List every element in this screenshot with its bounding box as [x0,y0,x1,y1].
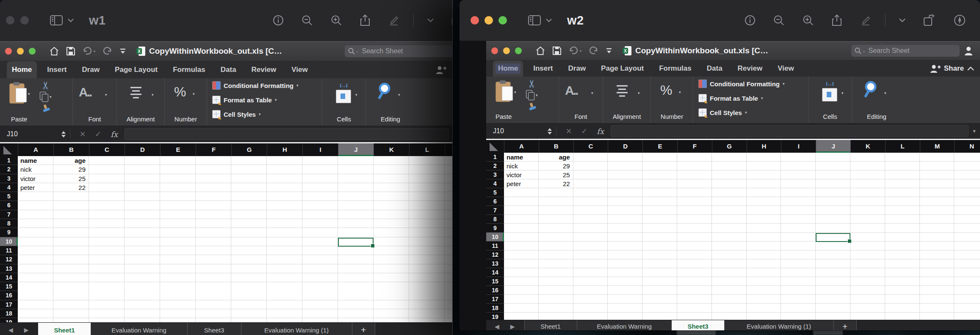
row-header[interactable]: 13 [0,264,18,273]
minimize-button[interactable] [503,47,510,54]
ribbon-tab[interactable]: View [772,60,799,77]
row-header[interactable]: 3 [0,174,18,183]
fx-icon[interactable]: fx [597,127,604,136]
share-button[interactable]: Share [944,64,964,73]
cells-caret[interactable]: ▾ [355,93,357,97]
alignment-caret[interactable]: ▾ [152,93,154,97]
excel-window-controls[interactable] [491,47,522,54]
paste-caret[interactable]: ▾ [28,92,30,96]
share-button[interactable] [360,14,370,26]
column-header[interactable]: M [920,140,955,153]
cell[interactable]: 25 [53,175,89,182]
row-header[interactable]: 19 [486,313,504,320]
markup-pencil-button[interactable] [860,14,872,26]
ribbon-tab[interactable]: Draw [563,60,591,77]
row-header[interactable]: 17 [0,300,18,309]
prev-sheet-arrow[interactable]: ◀ [495,323,499,330]
cells-caret[interactable]: ▾ [842,91,844,95]
data-row[interactable]: peter22 [18,183,89,192]
data-row[interactable]: nick29 [504,162,573,170]
info-button[interactable] [745,15,756,26]
row-header[interactable]: 14 [0,273,18,282]
row-header[interactable]: 10 [0,237,18,246]
row-header[interactable]: 11 [0,246,18,255]
sidebar-toggle[interactable] [50,15,74,25]
formula-input[interactable] [125,128,449,140]
column-header[interactable]: H [267,143,303,156]
cells-group[interactable]: I↔I ▾ Cells [322,78,366,126]
ribbon-tab[interactable]: Formulas [654,60,697,77]
row-header[interactable]: 18 [0,309,18,318]
sheet-grid[interactable]: 12345678910111213141516171819 nameagenic… [486,153,980,320]
row-header[interactable]: 17 [486,295,504,304]
copy-icon[interactable] [526,90,534,100]
column-header[interactable]: J [338,143,374,156]
copy-caret[interactable]: ▾ [536,93,538,97]
next-sheet-arrow[interactable]: ▶ [24,327,29,333]
search-input[interactable] [361,47,426,55]
cell[interactable]: age [539,154,573,161]
zoom-button[interactable] [498,16,507,25]
data-row[interactable]: victor25 [18,174,89,183]
font-group[interactable]: A.. ▾ Font [559,77,603,123]
ribbon-tab[interactable]: Formulas [168,61,210,78]
zoom-in-button[interactable] [803,15,814,26]
column-header[interactable]: I [781,140,816,153]
zoom-button[interactable] [515,47,522,54]
cell[interactable]: 22 [53,184,89,191]
minimize-button[interactable] [6,16,14,25]
ribbon-tab[interactable]: Home [7,61,37,78]
cut-icon[interactable]: ✂ [41,81,50,90]
column-header[interactable]: B [54,143,89,156]
sheet-tab[interactable]: Evaluation Warning [577,320,672,330]
row-header[interactable]: 3 [486,170,504,179]
cell[interactable]: nick [504,162,539,170]
data-row[interactable]: nameage [504,153,573,162]
cell[interactable]: peter [18,184,53,191]
cell[interactable]: nick [18,166,53,173]
row-header[interactable]: 1 [486,153,504,162]
data-row[interactable]: nick29 [18,165,89,174]
sidebar-toggle[interactable] [528,15,552,25]
fx-icon[interactable]: fx [111,130,118,139]
number-group[interactable]: % ▾ Number [651,77,693,123]
search-box[interactable]: ⌄ [345,45,453,57]
row-header[interactable]: 4 [486,179,504,188]
row-header[interactable]: 15 [0,282,18,291]
row-header[interactable]: 9 [0,228,18,237]
cell[interactable]: victor [504,171,539,178]
cell[interactable]: victor [18,175,53,182]
cell[interactable]: name [18,157,53,164]
column-header[interactable]: B [539,140,574,153]
select-all-corner[interactable] [486,140,504,153]
sheet-tab[interactable]: Sheet3 [187,323,241,335]
cancel-icon[interactable]: ✕ [80,130,86,139]
minimize-button[interactable] [17,48,24,55]
paste-caret[interactable]: ▾ [514,90,516,94]
row-header[interactable]: 11 [486,242,504,250]
sheet-tab[interactable]: Sheet1 [524,320,577,330]
row-header[interactable]: 9 [486,224,504,233]
ribbon-tab[interactable]: Review [246,61,282,78]
copy-caret[interactable]: ▾ [50,95,52,99]
format-painter-icon[interactable] [526,101,537,112]
formula-input[interactable] [611,125,969,137]
row-header[interactable]: 12 [486,250,504,259]
alignment-group[interactable]: ▾ Alignment [117,78,165,126]
cell[interactable]: 22 [539,180,573,187]
search-box[interactable]: ⌄ [851,45,960,57]
row-header[interactable]: 10 [486,233,504,242]
cells-area[interactable]: nameagenick29victor25peter22 [504,153,980,320]
zoom-in-button[interactable] [331,15,342,26]
number-group[interactable]: % ▾ Number [165,78,207,126]
close-button[interactable] [5,48,12,55]
chevron-down-button[interactable] [899,18,905,22]
column-header[interactable]: A [18,143,54,156]
ribbon-tab[interactable]: Data [216,61,241,78]
selected-cell[interactable] [338,238,374,247]
column-header[interactable]: J [816,140,851,153]
enter-icon[interactable]: ✓ [95,129,101,139]
ribbon-tab[interactable]: Draw [77,61,105,78]
column-header[interactable]: G [712,140,747,153]
search-input[interactable] [868,47,933,55]
